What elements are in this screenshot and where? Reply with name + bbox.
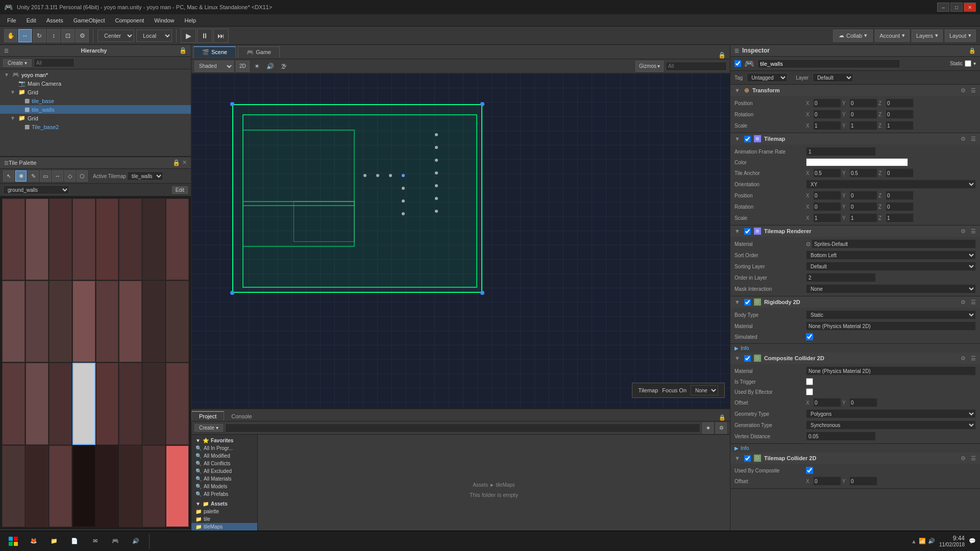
composite-collider-header[interactable]: ▼ ⬡ Composite Collider 2D ⚙ ☰ bbox=[730, 353, 980, 364]
tile-cell[interactable] bbox=[166, 198, 189, 280]
hierarchy-item-grid2[interactable]: ▼ 📁 Grid bbox=[0, 114, 191, 122]
tmap-rot-z[interactable] bbox=[886, 202, 914, 211]
rigidbody-enabled[interactable] bbox=[744, 299, 751, 306]
tilemap-settings-icon[interactable]: ⚙ bbox=[961, 136, 966, 142]
close-button[interactable]: ✕ bbox=[964, 3, 976, 12]
hierarchy-item-tilewalls[interactable]: ▦ tile_walls bbox=[0, 105, 191, 114]
tile-cell[interactable] bbox=[72, 445, 95, 527]
lighting-icon[interactable]: ☀ bbox=[252, 61, 263, 72]
tile-cell[interactable] bbox=[49, 281, 72, 362]
tile-cell[interactable] bbox=[49, 363, 72, 445]
tile-cell[interactable] bbox=[166, 281, 189, 362]
palette-lock-icon[interactable]: 🔒 bbox=[173, 159, 180, 166]
assets-folder[interactable]: ▼ 📁 Assets bbox=[191, 500, 257, 508]
tab-scene[interactable]: 🎬Scene bbox=[193, 46, 236, 58]
move-tool[interactable]: ↔ bbox=[18, 29, 32, 42]
layers-button[interactable]: Layers ▾ bbox=[912, 30, 943, 42]
tmap-pos-y[interactable] bbox=[849, 191, 877, 200]
project-settings-icon[interactable]: ⚙ bbox=[716, 422, 727, 434]
project-search-input[interactable] bbox=[225, 423, 700, 433]
rect-tool[interactable]: ⊡ bbox=[61, 29, 75, 42]
tc-offset-y[interactable] bbox=[849, 477, 877, 486]
taskbar-steam-icon[interactable]: 🎮 bbox=[106, 532, 125, 550]
brush-tool-btn[interactable]: ✱ bbox=[15, 170, 27, 182]
hierarchy-item-tilebase2[interactable]: ▦ Tile_base2 bbox=[0, 122, 191, 131]
rb-menu-icon[interactable]: ☰ bbox=[971, 299, 976, 306]
space-select[interactable]: Local Global bbox=[136, 30, 172, 42]
used-by-effector-checkbox[interactable] bbox=[806, 388, 813, 395]
tile-cell[interactable] bbox=[72, 198, 95, 280]
paint-tool-btn[interactable]: ✎ bbox=[28, 170, 39, 182]
menu-component[interactable]: Component bbox=[110, 16, 149, 24]
transform-tool[interactable]: ⚙ bbox=[76, 29, 89, 42]
tile-cell[interactable] bbox=[166, 363, 189, 445]
rb-material-field[interactable] bbox=[806, 321, 976, 331]
tilemap-popup-select[interactable]: None bbox=[691, 385, 718, 395]
proj-item-all-models[interactable]: 🔍 All Models bbox=[191, 483, 257, 490]
taskbar-pdfview-icon[interactable]: 📄 bbox=[65, 532, 84, 550]
gameobj-name-input[interactable] bbox=[757, 59, 900, 68]
taskbar-files-icon[interactable]: 📁 bbox=[45, 532, 63, 550]
tab-project[interactable]: Project bbox=[191, 411, 224, 421]
tile-cell-selected[interactable] bbox=[72, 363, 95, 445]
2d-button[interactable]: 2D bbox=[236, 61, 250, 72]
eraser-tool-btn[interactable]: ⬡ bbox=[77, 170, 88, 182]
scale-x-field[interactable] bbox=[813, 121, 841, 130]
tab-console[interactable]: Console bbox=[224, 412, 259, 421]
tilemap-enabled-checkbox[interactable] bbox=[744, 136, 751, 142]
tile-cell[interactable] bbox=[142, 198, 165, 280]
mask-interaction-select[interactable]: None bbox=[806, 284, 976, 293]
used-by-composite-checkbox[interactable] bbox=[806, 467, 813, 474]
scale-y-field[interactable] bbox=[849, 121, 877, 130]
rot-y-field[interactable] bbox=[849, 110, 877, 119]
info-toggle-1[interactable]: ▶ Info bbox=[730, 344, 980, 353]
tile-cell[interactable] bbox=[26, 363, 48, 445]
pos-y-field[interactable] bbox=[849, 98, 877, 108]
hierarchy-item-tilebase[interactable]: ▦ tile_base bbox=[0, 96, 191, 105]
proj-item-all-prefabs[interactable]: 🔍 All Prefabs bbox=[191, 490, 257, 498]
rot-z-field[interactable] bbox=[886, 110, 914, 119]
tab-game[interactable]: 🎮Game bbox=[238, 46, 280, 58]
taskbar-media-icon[interactable]: 🔊 bbox=[127, 532, 145, 550]
transform-menu-icon[interactable]: ☰ bbox=[971, 87, 976, 94]
tile-cell[interactable] bbox=[142, 445, 165, 527]
sorting-layer-select[interactable]: Default bbox=[806, 262, 976, 271]
generation-type-select[interactable]: Synchronous Manual bbox=[806, 420, 976, 430]
clock[interactable]: 9:44 11/02/2018 bbox=[939, 535, 965, 547]
maximize-button[interactable]: □ bbox=[950, 3, 963, 12]
proj-item-all-excluded[interactable]: 🔍 All Excluded bbox=[191, 467, 257, 475]
pos-x-field[interactable] bbox=[813, 98, 841, 108]
notification-icon[interactable]: 💬 bbox=[969, 538, 976, 544]
gizmos-button[interactable]: Gizmos ▾ bbox=[635, 61, 664, 72]
menu-file[interactable]: File bbox=[2, 16, 21, 24]
tmap-pos-z[interactable] bbox=[886, 191, 914, 200]
project-create-button[interactable]: Create ▾ bbox=[194, 424, 223, 432]
proj-item-all-modified[interactable]: 🔍 All Modified bbox=[191, 452, 257, 460]
tile-cell[interactable] bbox=[26, 198, 48, 280]
cc-offset-x[interactable] bbox=[813, 398, 841, 407]
tile-canvas[interactable] bbox=[0, 196, 191, 529]
play-button[interactable]: ▶ bbox=[181, 29, 196, 43]
tile-cell[interactable] bbox=[2, 198, 25, 280]
simulated-checkbox[interactable] bbox=[806, 333, 813, 340]
scale-z-field[interactable] bbox=[886, 121, 914, 130]
transform-header[interactable]: ▼ ⊕ Transform ⚙ ☰ bbox=[730, 85, 980, 96]
transform-settings-icon[interactable]: ⚙ bbox=[961, 87, 966, 94]
effects-icon[interactable]: 🌫 bbox=[278, 61, 289, 72]
tc-menu-icon[interactable]: ☰ bbox=[971, 455, 976, 462]
rigidbody2d-header[interactable]: ▼ ⬡ Rigidbody 2D ⚙ ☰ bbox=[730, 296, 980, 308]
account-button[interactable]: Account ▾ bbox=[875, 30, 910, 42]
sort-order-select[interactable]: Bottom Left Top Left bbox=[806, 251, 976, 260]
tile-cell[interactable] bbox=[142, 363, 165, 445]
scene-search-input[interactable] bbox=[666, 62, 727, 71]
start-button[interactable] bbox=[4, 532, 22, 550]
tmap-rot-x[interactable] bbox=[813, 202, 841, 211]
menu-gameobject[interactable]: GameObject bbox=[68, 16, 110, 24]
tilemap-renderer-enabled[interactable] bbox=[744, 228, 751, 235]
favorites-folder[interactable]: ▼ ⭐ Favorites bbox=[191, 437, 257, 444]
tc-settings-icon[interactable]: ⚙ bbox=[961, 455, 966, 462]
vertex-distance-field[interactable] bbox=[806, 432, 876, 441]
taskbar-email-icon[interactable]: ✉ bbox=[86, 532, 104, 550]
menu-help[interactable]: Help bbox=[179, 16, 201, 24]
rot-x-field[interactable] bbox=[813, 110, 841, 119]
